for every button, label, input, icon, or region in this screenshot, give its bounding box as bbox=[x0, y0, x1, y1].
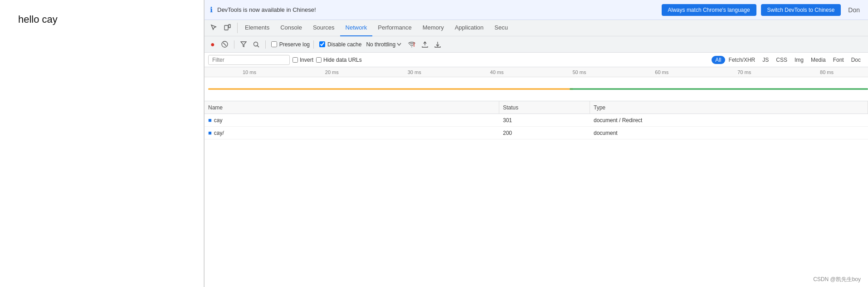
td-status-2: 200 bbox=[499, 127, 590, 139]
disable-cache-group: Disable cache bbox=[319, 41, 361, 48]
timeline-ruler: 10 ms 20 ms 30 ms 40 ms 50 ms 60 ms 70 m… bbox=[205, 67, 868, 77]
devtools-panel: ℹ DevTools is now available in Chinese! … bbox=[204, 0, 868, 287]
info-icon: ℹ bbox=[210, 5, 213, 14]
separator-3 bbox=[313, 40, 314, 49]
tick-70ms: 70 ms bbox=[703, 69, 785, 75]
doc-icon-2: ■ bbox=[208, 129, 212, 136]
svg-rect-0 bbox=[224, 25, 228, 30]
tick-80ms: 80 ms bbox=[785, 69, 868, 75]
upload-icon bbox=[422, 41, 428, 48]
tick-10ms: 10 ms bbox=[208, 69, 291, 75]
browser-page: hello cay bbox=[0, 0, 204, 287]
timeline-bar-area bbox=[205, 77, 868, 101]
network-toolbar: ● Preserve log bbox=[205, 36, 868, 53]
invert-checkbox[interactable] bbox=[293, 57, 298, 63]
filter-type-buttons: All Fetch/XHR JS CSS Img Media Font Doc bbox=[712, 56, 864, 64]
tab-network[interactable]: Network bbox=[340, 20, 373, 36]
separator-1 bbox=[234, 40, 234, 49]
filter-type-fetch-xhr[interactable]: Fetch/XHR bbox=[725, 56, 759, 64]
tab-security[interactable]: Secu bbox=[489, 20, 513, 36]
row-2-name: cay/ bbox=[214, 130, 224, 136]
disable-cache-checkbox[interactable] bbox=[319, 41, 325, 47]
page-title: hello cay bbox=[18, 14, 58, 25]
device-toolbar-icon[interactable] bbox=[222, 23, 233, 33]
filter-type-font[interactable]: Font bbox=[829, 56, 848, 64]
separator-2 bbox=[265, 40, 266, 49]
tick-60ms: 60 ms bbox=[620, 69, 703, 75]
export-har-button[interactable] bbox=[432, 40, 443, 49]
watermark: CSDN @凯先生boy bbox=[813, 276, 861, 283]
svg-rect-1 bbox=[229, 25, 230, 28]
match-language-button[interactable]: Always match Chrome's language bbox=[662, 4, 756, 16]
hide-data-urls-group: Hide data URLs bbox=[316, 57, 362, 63]
invert-group: Invert bbox=[293, 57, 313, 63]
filter-input[interactable] bbox=[208, 55, 290, 65]
td-type-2: document bbox=[590, 127, 868, 139]
svg-line-3 bbox=[223, 43, 226, 46]
tick-20ms: 20 ms bbox=[291, 69, 373, 75]
devtools-tabs-bar: Elements Console Sources Network Perform… bbox=[205, 20, 868, 36]
td-status-1: 301 bbox=[499, 114, 590, 126]
tick-30ms: 30 ms bbox=[373, 69, 456, 75]
tab-icon-group bbox=[208, 23, 238, 33]
td-name-1: ■ cay bbox=[205, 114, 499, 126]
table-header: Name Status Type bbox=[205, 101, 868, 114]
invert-label: Invert bbox=[300, 57, 313, 63]
svg-point-4 bbox=[254, 42, 258, 46]
select-element-icon[interactable] bbox=[208, 23, 219, 33]
notification-bar: ℹ DevTools is now available in Chinese! … bbox=[205, 0, 868, 20]
dismiss-notification-button[interactable]: Don bbox=[845, 5, 863, 15]
th-type[interactable]: Type bbox=[590, 101, 868, 114]
preserve-log-checkbox[interactable] bbox=[271, 41, 277, 47]
network-conditions-button[interactable] bbox=[406, 40, 418, 49]
tick-50ms: 50 ms bbox=[538, 69, 621, 75]
wifi-icon bbox=[408, 42, 415, 47]
filter-icon-button[interactable] bbox=[238, 40, 249, 49]
timeline-orange-bar bbox=[208, 89, 573, 90]
throttling-label: No throttling bbox=[366, 41, 395, 48]
network-table: Name Status Type ■ cay 301 document / Re… bbox=[205, 101, 868, 287]
import-har-button[interactable] bbox=[419, 40, 430, 49]
filter-type-doc[interactable]: Doc bbox=[848, 56, 864, 64]
filter-type-media[interactable]: Media bbox=[807, 56, 829, 64]
th-name[interactable]: Name bbox=[205, 101, 499, 114]
filter-type-css[interactable]: CSS bbox=[772, 56, 791, 64]
table-row[interactable]: ■ cay/ 200 document bbox=[205, 127, 868, 139]
timeline-area: 10 ms 20 ms 30 ms 40 ms 50 ms 60 ms 70 m… bbox=[205, 67, 868, 101]
filter-type-img[interactable]: Img bbox=[791, 56, 807, 64]
record-button[interactable]: ● bbox=[208, 39, 217, 50]
disable-cache-label: Disable cache bbox=[327, 41, 361, 48]
hide-data-urls-checkbox[interactable] bbox=[316, 57, 322, 63]
chevron-down-icon bbox=[397, 43, 401, 46]
doc-icon-1: ■ bbox=[208, 117, 212, 124]
throttling-dropdown[interactable]: No throttling bbox=[363, 40, 404, 49]
svg-line-5 bbox=[257, 45, 259, 47]
timeline-green-bar bbox=[570, 89, 868, 90]
filter-type-js[interactable]: JS bbox=[759, 56, 772, 64]
notification-text: DevTools is now available in Chinese! bbox=[217, 6, 657, 13]
tab-sources[interactable]: Sources bbox=[307, 20, 340, 36]
hide-data-urls-label: Hide data URLs bbox=[323, 57, 362, 63]
clear-button[interactable] bbox=[219, 40, 230, 49]
tab-console[interactable]: Console bbox=[275, 20, 307, 36]
td-name-2: ■ cay/ bbox=[205, 127, 499, 139]
tab-elements[interactable]: Elements bbox=[239, 20, 275, 36]
td-type-1: document / Redirect bbox=[590, 114, 868, 126]
tab-memory[interactable]: Memory bbox=[417, 20, 449, 36]
table-body: ■ cay 301 document / Redirect ■ cay/ 200… bbox=[205, 114, 868, 287]
preserve-log-group: Preserve log bbox=[271, 41, 310, 48]
filter-type-all[interactable]: All bbox=[712, 56, 725, 64]
row-1-name: cay bbox=[214, 117, 223, 124]
preserve-log-label: Preserve log bbox=[279, 41, 310, 48]
filter-bar: Invert Hide data URLs All Fetch/XHR JS C… bbox=[205, 53, 868, 67]
tick-40ms: 40 ms bbox=[456, 69, 538, 75]
th-status[interactable]: Status bbox=[499, 101, 590, 114]
table-row[interactable]: ■ cay 301 document / Redirect bbox=[205, 114, 868, 127]
tab-application[interactable]: Application bbox=[449, 20, 489, 36]
tab-performance[interactable]: Performance bbox=[372, 20, 417, 36]
search-icon-button[interactable] bbox=[251, 40, 262, 49]
switch-to-chinese-button[interactable]: Switch DevTools to Chinese bbox=[761, 4, 841, 16]
download-icon bbox=[434, 41, 441, 48]
